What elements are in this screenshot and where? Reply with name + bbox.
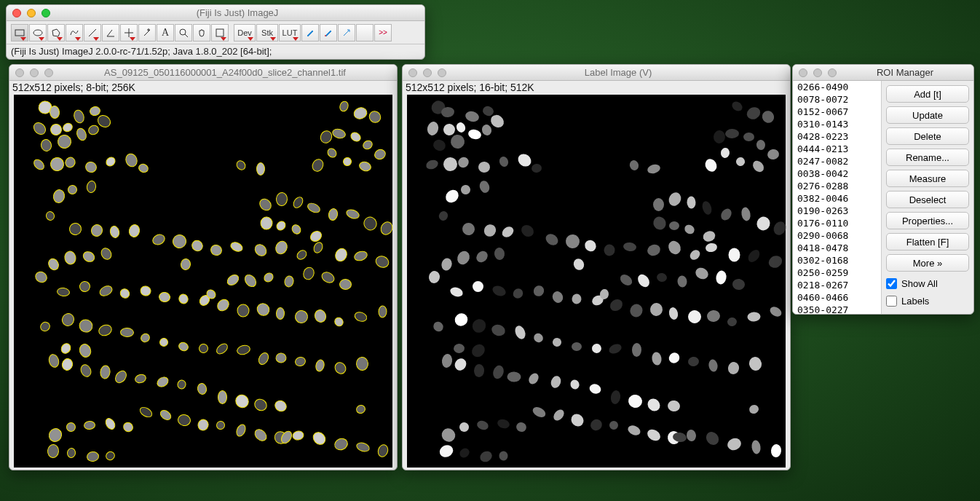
lut-menu[interactable]: LUT xyxy=(279,24,301,42)
svg-rect-7 xyxy=(216,29,224,36)
roi-item[interactable]: 0418-0478 xyxy=(793,242,881,254)
maximize-icon[interactable] xyxy=(438,68,446,77)
image2-info: 512x512 pixels; 16-bit; 512K xyxy=(403,81,790,95)
rectangle-tool[interactable] xyxy=(11,24,28,42)
roi-item[interactable]: 0176-0110 xyxy=(793,217,881,229)
titlebar-main[interactable]: (Fiji Is Just) ImageJ xyxy=(7,5,424,21)
oval-tool[interactable] xyxy=(29,24,47,42)
titlebar-img2[interactable]: Label Image (V) xyxy=(403,65,790,81)
maximize-icon[interactable] xyxy=(828,68,837,77)
more-tools[interactable]: >> xyxy=(374,24,392,42)
image1-info: 512x512 pixels; 8-bit; 256K xyxy=(9,81,397,95)
titlebar-roi[interactable]: ROI Manager xyxy=(793,65,973,81)
measure-button[interactable]: Measure xyxy=(886,170,969,187)
roi-item[interactable]: 0078-0072 xyxy=(793,93,881,106)
roi-item[interactable]: 0190-0263 xyxy=(793,205,881,217)
roi-item[interactable]: 0310-0143 xyxy=(793,118,881,130)
add-button[interactable]: Add [t] xyxy=(886,85,969,103)
roi-item[interactable]: 0266-0490 xyxy=(793,81,881,93)
maximize-icon[interactable] xyxy=(44,68,53,77)
roi-item[interactable]: 0250-0259 xyxy=(793,267,881,279)
properties-button[interactable]: Properties... xyxy=(886,212,969,229)
roi-item[interactable]: 0444-0213 xyxy=(793,143,881,155)
roi-item[interactable]: 0382-0046 xyxy=(793,192,881,205)
flatten-button[interactable]: Flatten [F] xyxy=(886,233,969,250)
roi-item[interactable]: 0247-0082 xyxy=(793,155,881,167)
roi-item[interactable]: 0460-0466 xyxy=(793,291,881,304)
stk-menu[interactable]: Stk xyxy=(256,24,278,42)
text-tool[interactable]: A xyxy=(157,24,174,42)
roi-item[interactable]: 0302-0168 xyxy=(793,254,881,267)
brush-tool[interactable] xyxy=(301,24,319,42)
rename-button[interactable]: Rename... xyxy=(886,149,969,166)
roi-title: ROI Manager xyxy=(842,67,968,78)
wand-tool[interactable] xyxy=(138,24,156,42)
image-window-2: Label Image (V) 512x512 pixels; 16-bit; … xyxy=(402,64,791,470)
svg-rect-0 xyxy=(15,30,24,36)
more-button[interactable]: More » xyxy=(886,254,969,272)
minimize-icon[interactable] xyxy=(813,68,822,77)
minimize-icon[interactable] xyxy=(27,9,36,17)
roi-item[interactable]: 0152-0067 xyxy=(793,106,881,118)
image2-title: Label Image (V) xyxy=(452,67,784,78)
show-all-checkbox[interactable]: Show All xyxy=(886,278,969,289)
arrow-tool[interactable] xyxy=(338,24,355,42)
maximize-icon[interactable] xyxy=(42,9,50,17)
close-icon[interactable] xyxy=(799,68,807,77)
delete-button[interactable]: Delete xyxy=(886,127,969,145)
close-icon[interactable] xyxy=(408,68,417,77)
polygon-tool[interactable] xyxy=(47,24,65,42)
point-tool[interactable] xyxy=(120,24,138,42)
roi-manager-window: ROI Manager 0266-04900078-00720152-00670… xyxy=(792,64,974,315)
main-window: (Fiji Is Just) ImageJ A Dev Stk LUT >> (… xyxy=(6,4,425,60)
line-tool[interactable] xyxy=(84,24,101,42)
status-bar: (Fiji Is Just) ImageJ 2.0.0-rc-71/1.52p;… xyxy=(7,44,424,58)
update-button[interactable]: Update xyxy=(886,106,969,124)
image1-title: AS_09125_050116000001_A24f00d0_slice2_ch… xyxy=(59,67,391,78)
freehand-tool[interactable] xyxy=(66,24,83,42)
close-icon[interactable] xyxy=(12,9,21,17)
dev-menu[interactable]: Dev xyxy=(234,24,256,42)
roi-item[interactable]: 0350-0227 xyxy=(793,304,881,314)
roi-controls: Add [t] Update Delete Rename... Measure … xyxy=(882,81,973,314)
svg-line-6 xyxy=(185,34,188,37)
image-window-1: AS_09125_050116000001_A24f00d0_slice2_ch… xyxy=(9,64,398,470)
brush2-tool[interactable] xyxy=(320,24,337,42)
svg-point-1 xyxy=(33,30,42,36)
roi-item[interactable]: 0218-0267 xyxy=(793,279,881,291)
toolbar: A Dev Stk LUT >> xyxy=(7,21,424,44)
minimize-icon[interactable] xyxy=(30,68,39,77)
angle-tool[interactable] xyxy=(102,24,119,42)
close-icon[interactable] xyxy=(15,68,24,77)
minimize-icon[interactable] xyxy=(423,68,432,77)
labels-checkbox[interactable]: Labels xyxy=(886,296,969,307)
hand-tool[interactable] xyxy=(193,24,210,42)
roi-list[interactable]: 0266-04900078-00720152-00670310-01430428… xyxy=(793,81,882,314)
main-title: (Fiji Is Just) ImageJ xyxy=(56,7,419,18)
roi-item[interactable]: 0038-0042 xyxy=(793,167,881,180)
titlebar-img1[interactable]: AS_09125_050116000001_A24f00d0_slice2_ch… xyxy=(9,65,397,81)
magnifier-tool[interactable] xyxy=(175,24,192,42)
image2-canvas[interactable] xyxy=(407,95,786,468)
roi-item[interactable]: 0290-0068 xyxy=(793,229,881,242)
roi-item[interactable]: 0428-0223 xyxy=(793,130,881,143)
image1-canvas[interactable] xyxy=(14,95,392,468)
svg-point-8 xyxy=(325,35,326,36)
roi-item[interactable]: 0276-0288 xyxy=(793,180,881,192)
svg-line-2 xyxy=(89,29,96,36)
color-picker-tool[interactable] xyxy=(211,24,229,42)
blank-tool[interactable] xyxy=(356,24,374,42)
deselect-button[interactable]: Deselect xyxy=(886,191,969,208)
svg-point-5 xyxy=(180,29,186,35)
